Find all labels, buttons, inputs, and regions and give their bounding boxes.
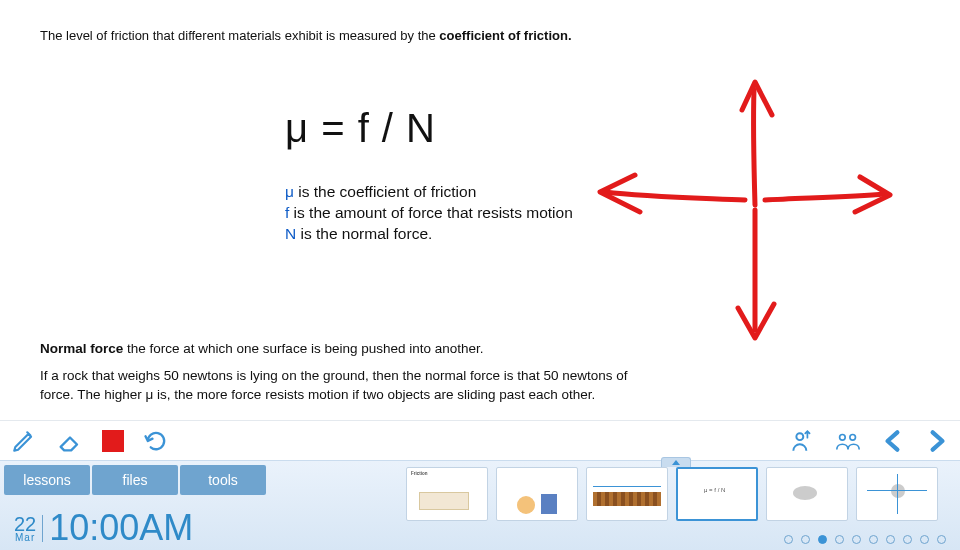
slide-thumb-2[interactable] bbox=[496, 467, 578, 521]
svg-point-1 bbox=[840, 434, 846, 440]
slide-dot-10[interactable] bbox=[937, 535, 946, 544]
clock-date: 22 Mar bbox=[14, 515, 43, 542]
pencil-tool[interactable] bbox=[10, 427, 38, 455]
group-icon bbox=[834, 428, 862, 454]
slide-thumb-4[interactable]: μ = f / N bbox=[676, 467, 758, 521]
slide-thumb-3[interactable] bbox=[586, 467, 668, 521]
color-swatch[interactable] bbox=[102, 430, 124, 452]
next-slide-button[interactable] bbox=[924, 428, 950, 454]
formula: μ = f / N bbox=[285, 108, 615, 148]
lessons-tab[interactable]: lessons bbox=[4, 465, 90, 495]
group-button[interactable] bbox=[834, 427, 862, 455]
f-text: is the amount of force that resists moti… bbox=[289, 204, 572, 221]
normal-force-label: Normal force bbox=[40, 341, 123, 356]
tool-row bbox=[0, 420, 960, 460]
slide-dot-8[interactable] bbox=[903, 535, 912, 544]
clock-month: Mar bbox=[15, 533, 35, 542]
undo-icon bbox=[142, 427, 170, 455]
slide-dot-9[interactable] bbox=[920, 535, 929, 544]
chevron-right-icon bbox=[924, 428, 950, 454]
slide-dot-3[interactable] bbox=[818, 535, 827, 544]
svg-point-2 bbox=[850, 434, 856, 440]
intro-prefix: The level of friction that different mat… bbox=[40, 28, 439, 43]
mu-text: is the coefficient of friction bbox=[294, 183, 476, 200]
undo-tool[interactable] bbox=[142, 427, 170, 455]
raise-hand-icon bbox=[789, 428, 815, 454]
formula-block: μ = f / N μ is the coefficient of fricti… bbox=[285, 108, 615, 245]
legend-f: f is the amount of force that resists mo… bbox=[285, 203, 615, 224]
eraser-icon bbox=[56, 427, 84, 455]
example-text: If a rock that weighs 50 newtons is lyin… bbox=[40, 367, 640, 405]
slide-dot-4[interactable] bbox=[835, 535, 844, 544]
formula-legend: μ is the coefficient of friction f is th… bbox=[285, 182, 615, 245]
mu-symbol: μ bbox=[285, 183, 294, 200]
legend-n: N is the normal force. bbox=[285, 224, 615, 245]
eraser-tool[interactable] bbox=[56, 427, 84, 455]
slide-thumb-1[interactable]: Friction bbox=[406, 467, 488, 521]
chevron-left-icon bbox=[880, 428, 906, 454]
svg-point-0 bbox=[796, 433, 803, 440]
intro-bold: coefficient of friction. bbox=[439, 28, 571, 43]
legend-mu: μ is the coefficient of friction bbox=[285, 182, 615, 203]
prev-slide-button[interactable] bbox=[880, 428, 906, 454]
thumb-strip-handle[interactable] bbox=[661, 457, 691, 467]
files-tab[interactable]: files bbox=[92, 465, 178, 495]
clock-day: 22 bbox=[14, 515, 36, 533]
clock: 22 Mar 10:00AM bbox=[14, 510, 193, 546]
bottom-text: Normal force the force at which one surf… bbox=[40, 340, 640, 405]
slide-thumb-6[interactable] bbox=[856, 467, 938, 521]
n-symbol: N bbox=[285, 225, 296, 242]
slide-thumb-5[interactable] bbox=[766, 467, 848, 521]
slide-dots bbox=[784, 535, 946, 544]
slide-dot-6[interactable] bbox=[869, 535, 878, 544]
menu-tabs: lessons files tools bbox=[4, 465, 266, 495]
slide-canvas: The level of friction that different mat… bbox=[0, 0, 960, 420]
thumb-strip: Frictionμ = f / N bbox=[406, 467, 946, 521]
bottom-bar: lessons files tools 22 Mar 10:00AM Frict… bbox=[0, 460, 960, 550]
pencil-icon bbox=[11, 428, 37, 454]
n-text: is the normal force. bbox=[296, 225, 432, 242]
slide-dot-1[interactable] bbox=[784, 535, 793, 544]
slide-dot-2[interactable] bbox=[801, 535, 810, 544]
tools-tab[interactable]: tools bbox=[180, 465, 266, 495]
slide-dot-7[interactable] bbox=[886, 535, 895, 544]
intro-text: The level of friction that different mat… bbox=[40, 28, 920, 43]
raise-hand-button[interactable] bbox=[788, 427, 816, 455]
clock-time: 10:00AM bbox=[49, 510, 193, 546]
slide-dot-5[interactable] bbox=[852, 535, 861, 544]
normal-force-rest: the force at which one surface is being … bbox=[123, 341, 483, 356]
